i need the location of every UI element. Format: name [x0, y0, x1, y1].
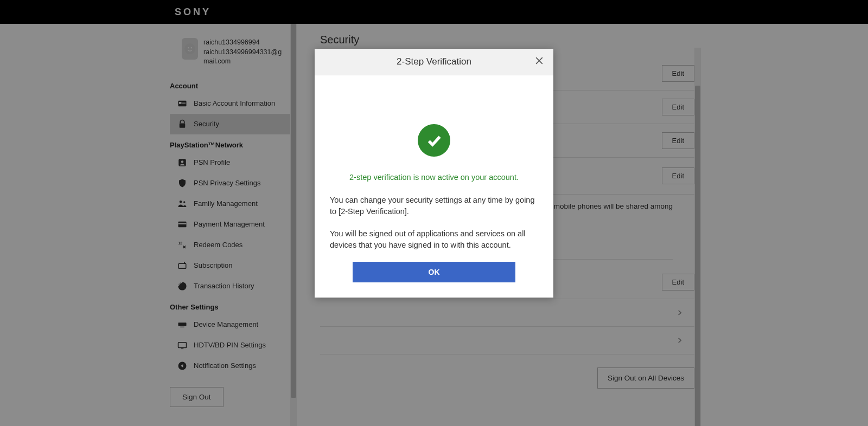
modal-body: 2-step verification is now active on you…	[315, 75, 553, 298]
success-check-wrap	[330, 124, 538, 157]
check-circle-icon	[418, 124, 450, 157]
modal-close-button[interactable]	[533, 54, 546, 67]
modal-header: 2-Step Verification	[315, 49, 553, 75]
two-step-verification-modal: 2-Step Verification 2-step verification …	[315, 49, 553, 298]
ok-button[interactable]: OK	[353, 262, 515, 282]
modal-title: 2-Step Verification	[397, 56, 471, 67]
modal-body-text-1: You can change your security settings at…	[330, 195, 538, 217]
close-icon	[534, 55, 545, 66]
modal-body-text-2: You will be signed out of applications a…	[330, 228, 538, 251]
modal-overlay: 2-Step Verification 2-step verification …	[0, 0, 868, 426]
modal-success-message: 2-step verification is now active on you…	[330, 173, 538, 182]
